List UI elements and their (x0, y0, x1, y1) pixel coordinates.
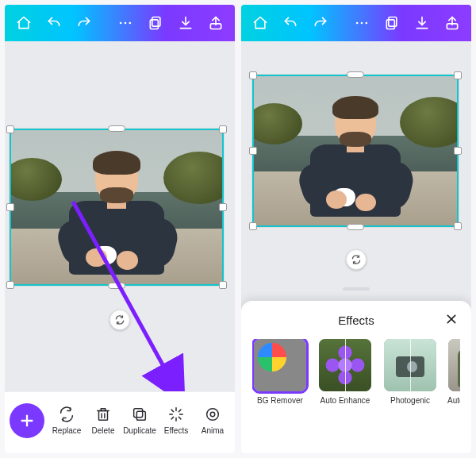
tool-label: Replace (52, 426, 82, 435)
svg-rect-8 (136, 411, 145, 420)
app-topbar (241, 5, 471, 41)
effect-label: Auto Enhance (321, 396, 370, 405)
tool-replace[interactable]: Replace (49, 406, 84, 435)
rotate-button[interactable] (109, 310, 130, 330)
resize-handle[interactable] (347, 224, 364, 230)
trash-icon (94, 406, 112, 423)
resize-handle[interactable] (6, 203, 14, 211)
tool-label: Anima (202, 426, 224, 435)
rotate-button[interactable] (346, 249, 367, 270)
tool-label: Duplicate (123, 426, 156, 435)
resize-handle[interactable] (454, 71, 462, 79)
svg-rect-15 (389, 17, 397, 27)
add-button[interactable] (10, 403, 44, 438)
svg-point-13 (361, 22, 363, 25)
svg-rect-16 (386, 20, 394, 29)
svg-rect-3 (152, 17, 160, 27)
share-icon[interactable] (440, 10, 465, 36)
pages-icon[interactable] (379, 10, 405, 36)
tool-animate[interactable]: Anima (195, 406, 230, 435)
tool-duplicate[interactable]: Duplicate (122, 406, 157, 435)
resize-handle[interactable] (219, 125, 227, 133)
phone-right: Effects BG Remover Auto Enhance Photogen… (241, 5, 471, 453)
app-topbar (5, 5, 235, 41)
effect-label: Photogenic (390, 396, 430, 405)
effect-photogenic[interactable]: Photogenic (382, 339, 438, 405)
tool-effects[interactable]: Effects (159, 406, 194, 435)
home-icon[interactable] (11, 10, 36, 36)
resize-handle[interactable] (249, 222, 257, 230)
share-icon[interactable] (203, 10, 228, 36)
undo-icon[interactable] (278, 10, 303, 36)
replace-icon (58, 406, 75, 423)
download-icon[interactable] (409, 10, 435, 36)
photo-content (11, 130, 222, 284)
resize-handle[interactable] (454, 222, 462, 230)
svg-point-2 (129, 22, 132, 25)
svg-point-11 (210, 412, 215, 417)
resize-handle[interactable] (219, 281, 227, 289)
svg-rect-7 (99, 410, 108, 420)
svg-point-12 (356, 22, 359, 25)
duplicate-icon (131, 406, 148, 423)
tool-delete[interactable]: Delete (86, 406, 121, 435)
effect-label: Auto Focu (447, 396, 460, 405)
resize-handle[interactable] (219, 203, 227, 211)
screenshot-pair: Replace Delete Duplicate Effects Anima (0, 0, 476, 458)
resize-handle[interactable] (249, 71, 257, 79)
download-icon[interactable] (173, 10, 198, 36)
effect-bg-remover[interactable]: BG Remover (252, 339, 308, 405)
selected-image[interactable] (10, 129, 224, 286)
effects-row: BG Remover Auto Enhance Photogenic Auto … (252, 339, 460, 405)
svg-point-1 (125, 22, 127, 25)
panel-title: Effects (338, 314, 374, 327)
resize-handle[interactable] (347, 71, 364, 78)
phone-left: Replace Delete Duplicate Effects Anima (5, 5, 235, 453)
resize-handle[interactable] (6, 281, 14, 289)
tool-label: Effects (164, 426, 188, 435)
effects-icon (167, 406, 185, 423)
resize-handle[interactable] (454, 147, 462, 155)
effect-auto-focus[interactable]: Auto Focu (447, 339, 460, 405)
svg-point-14 (366, 22, 368, 25)
home-icon[interactable] (248, 10, 273, 36)
pages-icon[interactable] (143, 10, 168, 36)
resize-handle[interactable] (249, 147, 257, 155)
more-icon[interactable] (349, 10, 374, 36)
close-icon[interactable] (443, 310, 460, 328)
resize-handle[interactable] (6, 125, 14, 133)
effect-label: BG Remover (257, 396, 303, 405)
effect-auto-enhance[interactable]: Auto Enhance (317, 339, 373, 405)
svg-point-0 (120, 22, 122, 25)
tool-label: Delete (92, 426, 115, 435)
svg-point-10 (207, 409, 219, 421)
animate-icon (204, 406, 221, 423)
image-toolbar: Replace Delete Duplicate Effects Anima (5, 391, 235, 453)
panel-drag-handle[interactable] (343, 287, 370, 291)
photo-content (254, 76, 457, 225)
redo-icon[interactable] (308, 10, 333, 36)
selected-image[interactable] (252, 75, 459, 227)
undo-icon[interactable] (41, 10, 67, 36)
effects-panel: Effects BG Remover Auto Enhance Photogen… (241, 301, 471, 453)
resize-handle[interactable] (108, 125, 125, 132)
more-icon[interactable] (113, 10, 138, 36)
resize-handle[interactable] (108, 283, 125, 289)
svg-rect-9 (134, 409, 143, 418)
svg-rect-4 (150, 20, 158, 29)
redo-icon[interactable] (71, 10, 97, 36)
